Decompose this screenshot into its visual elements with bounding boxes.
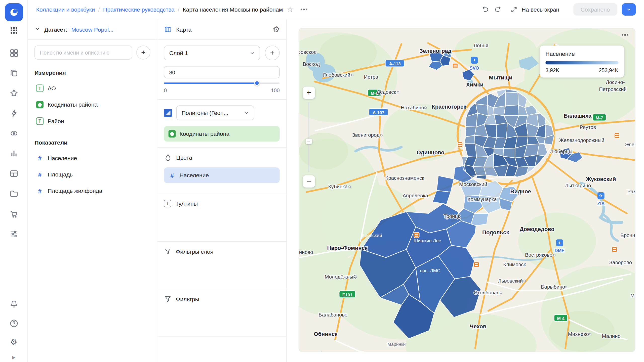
zoom-slider-track[interactable]: ⋯ [308,102,309,172]
zoom-control: + ⋯ − [303,86,315,188]
svg-text:✈: ✈ [599,193,603,198]
marketplace-cart-icon[interactable] [9,209,18,218]
chart-icon[interactable] [9,149,18,158]
map-label: Дедовск [377,89,396,95]
map-label: Мытищи [489,74,512,81]
undo-icon[interactable] [481,5,490,14]
map-label: Нахабино [401,105,424,110]
layer-select[interactable]: Слой 1 [164,46,260,60]
map-label: Видное [510,188,531,195]
table-icon[interactable] [9,169,18,178]
map-area: А-113М-9А-107М-7Е101М-4✈SVO✈DME✈ZIAровск… [287,19,644,362]
measure-field-housing-area[interactable]: # Площадь жилфонда [34,183,150,199]
map-label: Зеленоград [419,48,451,54]
saved-button[interactable]: Сохранено [573,3,617,16]
favorite-star-icon[interactable]: ☆ [286,5,294,14]
road-badge-label: М-4 [557,316,565,321]
dimension-field-ao[interactable]: T АО [34,80,150,96]
favorites-icon[interactable] [9,89,18,98]
map-label: Кубинка [328,184,348,189]
tooltips-section-title: Тултипы [175,200,198,207]
fullscreen-icon[interactable] [510,5,518,14]
breadcrumb-collections[interactable]: Коллекции и воркбуки [36,6,95,13]
left-rail: ⚙ ▶ [0,0,28,362]
map-label: Подольск [482,229,509,236]
measure-field-population[interactable]: # Население [34,150,150,166]
dataset-label: Датасет: [44,26,67,33]
geopolygon-field-chip[interactable]: Коодинаты района [164,126,279,142]
road-badge-label: М-7 [596,116,603,120]
opacity-slider[interactable] [164,80,279,86]
map-label: Львовский [498,278,523,284]
fullscreen-label[interactable]: На весь экран [522,6,559,13]
save-dropdown-button[interactable] [622,3,636,16]
dimension-field-district[interactable]: T Район [34,113,150,129]
notifications-bell-icon[interactable] [9,300,18,309]
railway-icon [614,133,620,138]
colors-icon [164,154,172,162]
railway-icon [474,262,479,267]
breadcrumb-separator: / [98,6,100,13]
services-grid-icon[interactable] [10,26,18,36]
zoom-in-button[interactable]: + [303,86,315,99]
opacity-input[interactable] [168,69,275,76]
dimension-field-coords[interactable]: Коодинаты района [34,97,150,113]
dataset-collapse-chevron-icon[interactable] [34,26,40,33]
datalens-logo-icon [8,7,19,18]
field-search-input[interactable] [34,46,132,60]
field-label: Население [48,155,77,161]
chart-settings-gear-icon[interactable]: ⚙ [273,25,280,33]
add-layer-button[interactable]: + [265,46,280,60]
map-label: Лобня [473,43,488,48]
zoom-slider-handle[interactable]: ⋯ [306,139,312,144]
storage-icon[interactable] [9,189,18,198]
opacity-max-label: 100 [271,87,279,94]
map-label: пос. ЛМС [420,268,440,273]
geometry-type-value: Полигоны (Геоп... [182,110,228,116]
help-icon[interactable] [9,319,18,328]
legend-gradient [545,61,619,64]
zoom-out-button[interactable]: − [303,175,315,188]
settings-sliders-icon[interactable] [9,230,18,239]
app: ⚙ ▶ Коллекции и воркбуки / Практические … [0,0,644,362]
map-legend: Население 3,92K 253,94K [540,46,624,77]
collections-icon[interactable] [9,69,18,78]
map-label: Лосино- [606,79,625,85]
map-label: Троицк [444,213,460,219]
funnel-icon [164,247,172,255]
opacity-value-box[interactable] [164,66,279,78]
redo-icon[interactable] [493,5,502,14]
colors-field-chip[interactable]: # Население [164,167,279,183]
field-label: Площадь [48,171,73,178]
airport-code-label: DME [555,248,565,253]
measure-field-area[interactable]: # Площадь [34,166,150,183]
breadcrumb-guides[interactable]: Практические руководства [103,6,175,13]
dimensions-title: Измерения [34,69,150,76]
railway-icon [414,232,419,238]
field-label: АО [48,85,56,92]
map-label: Московский [459,182,487,187]
map-label: Домодедово [520,226,554,232]
railway-icon [453,63,458,69]
chart-type-title: Карта [176,26,191,33]
map-canvas[interactable]: А-113М-9А-107М-7Е101М-4✈SVO✈DME✈ZIAровск… [299,28,635,352]
map-label: Чехов [470,323,486,330]
gear-icon[interactable]: ⚙ [10,338,17,346]
linked-circles-icon[interactable] [9,129,18,138]
dataset-name-link[interactable]: Moscow Popul... [71,26,113,33]
map-icon [164,25,172,33]
map-label: Люберцы [550,149,572,154]
more-icon[interactable] [301,9,307,10]
widgets-icon[interactable] [9,49,18,58]
map-label: Бронни [620,233,635,238]
opacity-slider-handle[interactable] [254,80,259,86]
add-field-button[interactable]: + [136,46,150,60]
collapse-rail-icon[interactable]: ▶ [12,355,15,359]
map-label: Столбовая [474,290,499,295]
lightning-icon[interactable] [9,109,18,118]
geopolygon-type-icon [36,101,44,108]
datalens-logo[interactable] [5,3,23,21]
map-more-icon[interactable] [622,34,628,36]
map-label: Молодёжный [325,274,356,280]
geometry-type-select[interactable]: Полигоны (Геоп... [176,106,254,120]
